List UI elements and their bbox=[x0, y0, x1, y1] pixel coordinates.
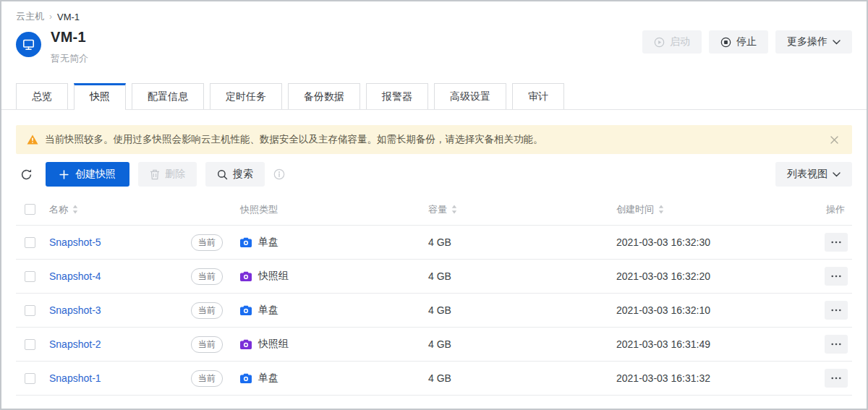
tab-bar: 总览 快照 配置信息 定时任务 备份数据 报警器 高级设置 审计 bbox=[1, 83, 867, 110]
current-badge: 当前 bbox=[191, 336, 223, 353]
table-header: 名称 快照类型 容量 创建时间 操作 bbox=[16, 194, 852, 226]
tab-advanced-settings[interactable]: 高级设置 bbox=[434, 83, 506, 109]
warning-banner: 当前快照较多。使用过多快照会影响云主机性能、数据安全以及主存储容量。如需长期备份… bbox=[16, 125, 852, 154]
column-header-created[interactable]: 创建时间 bbox=[616, 203, 654, 216]
row-checkbox[interactable] bbox=[25, 271, 35, 282]
page-title: VM-1 bbox=[51, 29, 88, 46]
tab-audit[interactable]: 审计 bbox=[512, 83, 564, 109]
column-header-capacity[interactable]: 容量 bbox=[428, 203, 447, 216]
snapshot-type-label: 单盘 bbox=[258, 304, 278, 317]
more-actions-label: 更多操作 bbox=[787, 35, 827, 48]
camera-icon bbox=[240, 339, 252, 349]
select-all-checkbox[interactable] bbox=[25, 204, 35, 215]
page-subtitle: 暂无简介 bbox=[51, 52, 88, 65]
breadcrumb-separator: › bbox=[49, 12, 52, 22]
camera-icon bbox=[240, 305, 252, 315]
row-checkbox[interactable] bbox=[25, 339, 35, 350]
start-button[interactable]: 启动 bbox=[642, 30, 702, 54]
created-time-value: 2021-03-03 16:32:30 bbox=[616, 236, 804, 248]
row-actions-button[interactable] bbox=[825, 301, 848, 320]
search-button[interactable]: 搜索 bbox=[205, 162, 265, 187]
tab-snapshot[interactable]: 快照 bbox=[74, 83, 126, 109]
delete-button[interactable]: 删除 bbox=[138, 162, 197, 187]
column-header-name[interactable]: 名称 bbox=[49, 203, 68, 216]
table-row: Snapshot-3 当前 单盘 4 GB 2021-03-03 16:32:1… bbox=[16, 294, 852, 328]
sort-icon[interactable] bbox=[451, 205, 457, 214]
tab-overview[interactable]: 总览 bbox=[16, 83, 68, 109]
current-badge: 当前 bbox=[191, 268, 223, 285]
close-icon[interactable] bbox=[827, 133, 841, 147]
chevron-down-icon bbox=[833, 40, 841, 45]
more-horizontal-icon bbox=[831, 241, 841, 244]
snapshot-table: 名称 快照类型 容量 创建时间 操作 bbox=[16, 194, 852, 396]
tab-alarms[interactable]: 报警器 bbox=[366, 83, 428, 109]
create-snapshot-label: 创建快照 bbox=[75, 168, 116, 181]
monitor-icon bbox=[22, 38, 35, 51]
row-checkbox[interactable] bbox=[25, 237, 35, 248]
capacity-value: 4 GB bbox=[428, 236, 616, 248]
snapshot-type-label: 快照组 bbox=[258, 270, 289, 283]
row-actions-button[interactable] bbox=[825, 233, 848, 252]
column-header-type: 快照类型 bbox=[240, 203, 278, 216]
table-row: Snapshot-2 当前 快照组 4 GB 2021-03-03 16:31:… bbox=[16, 328, 852, 362]
stop-circle-icon bbox=[720, 37, 731, 48]
start-button-label: 启动 bbox=[670, 35, 690, 48]
more-actions-button[interactable]: 更多操作 bbox=[775, 30, 852, 54]
toolbar: 创建快照 删除 搜索 列表视图 bbox=[16, 162, 852, 187]
created-time-value: 2021-03-03 16:32:20 bbox=[616, 270, 804, 282]
view-mode-select[interactable]: 列表视图 bbox=[775, 162, 852, 187]
created-time-value: 2021-03-03 16:31:49 bbox=[616, 338, 804, 350]
tab-scheduled-tasks[interactable]: 定时任务 bbox=[210, 83, 282, 109]
tab-backup-data[interactable]: 备份数据 bbox=[288, 83, 360, 109]
more-horizontal-icon bbox=[831, 309, 841, 312]
snapshot-type-label: 单盘 bbox=[258, 236, 278, 249]
sort-icon[interactable] bbox=[72, 205, 78, 214]
refresh-button[interactable] bbox=[16, 164, 37, 185]
warning-banner-text: 当前快照较多。使用过多快照会影响云主机性能、数据安全以及主存储容量。如需长期备份… bbox=[45, 133, 543, 146]
vm-detail-page: { "colors": { "primary": "#0c64d8", "lin… bbox=[0, 0, 868, 410]
stop-button-label: 停止 bbox=[736, 35, 757, 48]
row-actions-button[interactable] bbox=[825, 369, 848, 388]
snapshot-name-link[interactable]: Snapshot-5 bbox=[49, 236, 101, 248]
more-horizontal-icon bbox=[831, 275, 841, 278]
created-time-value: 2021-03-03 16:31:32 bbox=[616, 372, 804, 384]
snapshot-name-link[interactable]: Snapshot-1 bbox=[49, 372, 101, 384]
capacity-value: 4 GB bbox=[428, 372, 616, 384]
chevron-down-icon bbox=[833, 172, 841, 177]
tab-config-info[interactable]: 配置信息 bbox=[132, 83, 204, 109]
snapshot-name-link[interactable]: Snapshot-3 bbox=[49, 304, 101, 316]
snapshot-name-link[interactable]: Snapshot-2 bbox=[49, 338, 101, 350]
column-header-actions: 操作 bbox=[826, 203, 845, 216]
table-row: Snapshot-5 当前 单盘 4 GB 2021-03-03 16:32:3… bbox=[16, 226, 852, 260]
snapshot-name-link[interactable]: Snapshot-4 bbox=[49, 270, 101, 282]
create-snapshot-button[interactable]: 创建快照 bbox=[46, 162, 129, 187]
breadcrumb-current: VM-1 bbox=[57, 12, 80, 22]
breadcrumb-root[interactable]: 云主机 bbox=[16, 10, 44, 23]
snapshot-type-label: 快照组 bbox=[258, 338, 289, 351]
current-badge: 当前 bbox=[191, 370, 223, 387]
sort-icon[interactable] bbox=[658, 205, 664, 214]
tab-content: 当前快照较多。使用过多快照会影响云主机性能、数据安全以及主存储容量。如需长期备份… bbox=[1, 125, 867, 396]
capacity-value: 4 GB bbox=[428, 304, 616, 316]
trash-icon bbox=[150, 169, 160, 180]
more-horizontal-icon bbox=[831, 343, 841, 346]
vm-avatar bbox=[16, 32, 41, 57]
created-time-value: 2021-03-03 16:32:10 bbox=[616, 304, 804, 316]
info-icon[interactable] bbox=[273, 168, 285, 180]
current-badge: 当前 bbox=[191, 234, 223, 251]
row-actions-button[interactable] bbox=[825, 335, 848, 354]
view-mode-label: 列表视图 bbox=[787, 168, 827, 181]
delete-button-label: 删除 bbox=[165, 168, 185, 181]
capacity-value: 4 GB bbox=[428, 270, 616, 282]
search-icon bbox=[217, 169, 228, 180]
search-button-label: 搜索 bbox=[233, 168, 253, 181]
row-actions-button[interactable] bbox=[825, 267, 848, 286]
row-checkbox[interactable] bbox=[25, 373, 35, 384]
plus-icon bbox=[59, 170, 69, 179]
stop-button[interactable]: 停止 bbox=[709, 30, 768, 54]
row-checkbox[interactable] bbox=[25, 305, 35, 316]
current-badge: 当前 bbox=[191, 302, 223, 319]
play-circle-icon bbox=[654, 37, 665, 48]
table-row: Snapshot-1 当前 单盘 4 GB 2021-03-03 16:31:3… bbox=[16, 362, 852, 396]
warning-icon bbox=[27, 134, 38, 145]
